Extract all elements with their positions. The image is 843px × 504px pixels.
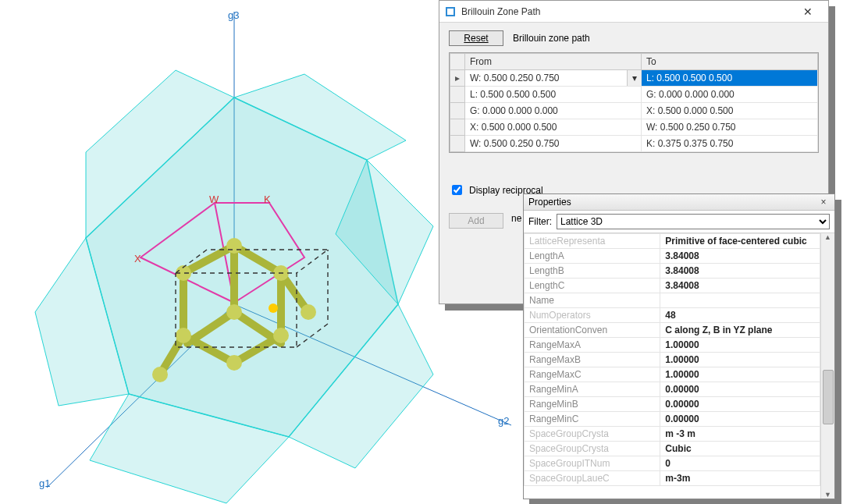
from-cell[interactable]: W: 0.500 0.250 0.750 [465,136,642,152]
property-value[interactable]: 0.00000 [660,397,820,412]
property-key: LengthC [525,279,660,293]
col-from[interactable]: From [465,54,642,70]
property-row[interactable]: LengthB3.84008 [525,264,820,279]
filter-label: Filter: [528,216,552,227]
property-row[interactable]: LengthC3.84008 [525,279,820,293]
to-cell[interactable]: X: 0.500 0.000 0.500 [642,103,818,119]
properties-grid[interactable]: LatticeRepresentaPrimitive of face-cente… [524,233,820,499]
property-value[interactable]: 3.84008 [660,279,820,293]
table-row[interactable]: L: 0.500 0.500 0.500G: 0.000 0.000 0.000 [450,87,818,103]
property-row[interactable]: LengthA3.84008 [525,249,820,264]
properties-header[interactable]: Properties × [524,194,834,211]
scroll-down-icon[interactable]: ▼ [824,491,831,499]
property-key: RangeMinC [525,412,660,427]
display-reciprocal-checkbox[interactable] [452,185,462,195]
property-value[interactable]: 3.84008 [660,249,820,264]
row-header[interactable] [450,87,465,103]
svg-point-29 [301,304,316,320]
svg-point-24 [226,304,242,320]
property-row[interactable]: OrientationConvenC along Z, B in YZ plan… [525,323,820,338]
table-row[interactable]: G: 0.000 0.000 0.000X: 0.500 0.000 0.500 [450,103,818,119]
property-row[interactable]: SpaceGroupCrystaCubic [525,442,820,456]
from-cell[interactable]: L: 0.500 0.500 0.500 [465,87,642,103]
property-key: SpaceGroupLaueC [525,471,660,486]
kpoint-label-k: K [264,193,271,205]
brillouin-3d-viewport[interactable]: g3 g2 g1 W K X [0,0,515,504]
bz-path-grid[interactable]: From To ▸W: 0.500 0.250 0.750▾L: 0.500 0… [449,52,819,153]
property-key: NumOperators [525,308,660,323]
property-value[interactable]: 0 [660,456,820,471]
scroll-up-icon[interactable]: ▲ [824,233,831,241]
close-button[interactable]: ✕ [792,2,823,21]
table-row[interactable]: ▸W: 0.500 0.250 0.750▾L: 0.500 0.500 0.5… [450,70,818,87]
scroll-thumb[interactable] [823,370,834,424]
property-value[interactable] [660,293,820,308]
from-cell[interactable]: G: 0.000 0.000 0.000 [465,103,642,119]
to-cell[interactable]: G: 0.000 0.000 0.000 [642,87,818,103]
property-value[interactable]: m -3 m [660,427,820,442]
axis-label-g1: g1 [39,477,50,489]
reset-button[interactable]: Reset [449,30,503,46]
property-row[interactable]: Name [525,293,820,308]
svg-point-21 [226,238,242,254]
properties-close-button[interactable]: × [817,197,830,208]
property-row[interactable]: SpaceGroupLaueCm-3m [525,471,820,486]
properties-title: Properties [528,197,571,208]
dropdown-icon[interactable]: ▾ [627,70,641,86]
property-row[interactable]: RangeMinB0.00000 [525,397,820,412]
property-row[interactable]: RangeMinC0.00000 [525,412,820,427]
property-value[interactable]: 0.00000 [660,412,820,427]
property-key: LatticeRepresenta [525,234,660,249]
property-key: RangeMaxC [525,367,660,382]
filter-select[interactable]: Lattice 3D [557,214,830,229]
from-cell[interactable]: X: 0.500 0.000 0.500 [465,119,642,136]
property-key: RangeMaxB [525,353,660,367]
row-header[interactable] [450,119,465,136]
property-row[interactable]: LatticeRepresentaPrimitive of face-cente… [525,234,820,249]
property-value[interactable]: Cubic [660,442,820,456]
property-key: RangeMinA [525,382,660,397]
property-row[interactable]: NumOperators48 [525,308,820,323]
property-value[interactable]: m-3m [660,471,820,486]
property-value[interactable]: 1.00000 [660,338,820,353]
property-row[interactable]: RangeMaxA1.00000 [525,338,820,353]
from-cell[interactable]: W: 0.500 0.250 0.750▾ [465,70,642,87]
property-value[interactable]: C along Z, B in YZ plane [660,323,820,338]
property-key: SpaceGroupCrysta [525,442,660,456]
property-value[interactable]: 3.84008 [660,264,820,279]
dialog-titlebar[interactable]: Brillouin Zone Path ✕ [439,1,828,23]
to-cell[interactable]: K: 0.375 0.375 0.750 [642,136,818,152]
property-row[interactable]: RangeMaxC1.00000 [525,367,820,382]
to-cell[interactable]: W: 0.500 0.250 0.750 [642,119,818,136]
property-row[interactable]: SpaceGroupCrystam -3 m [525,427,820,442]
property-key: SpaceGroupCrysta [525,427,660,442]
kpoint-label-x: X [134,253,141,264]
property-key: RangeMinB [525,397,660,412]
property-key: SpaceGroupITNum [525,456,660,471]
row-header[interactable] [450,136,465,152]
property-row[interactable]: RangeMaxB1.00000 [525,353,820,367]
table-row[interactable]: X: 0.500 0.000 0.500W: 0.500 0.250 0.750 [450,119,818,136]
to-cell[interactable]: L: 0.500 0.500 0.500 [642,70,818,87]
property-key: Name [525,293,660,308]
property-row[interactable]: SpaceGroupITNum0 [525,456,820,471]
row-header[interactable] [450,103,465,119]
property-value[interactable]: Primitive of face-centered cubic [660,234,820,249]
table-row[interactable]: W: 0.500 0.250 0.750K: 0.375 0.375 0.750 [450,136,818,152]
properties-scrollbar[interactable]: ▲ ▼ [820,233,834,499]
add-button[interactable]: Add [449,213,503,229]
dialog-title: Brillouin Zone Path [461,6,792,17]
col-to[interactable]: To [642,54,818,70]
svg-point-30 [269,303,278,313]
property-value[interactable]: 0.00000 [660,382,820,397]
truncated-label: ne [511,213,521,229]
property-key: LengthB [525,264,660,279]
property-value[interactable]: 1.00000 [660,353,820,367]
bz-subtitle: Brillouin zone path [513,33,590,44]
property-value[interactable]: 1.00000 [660,367,820,382]
property-row[interactable]: RangeMinA0.00000 [525,382,820,397]
axis-label-g2: g2 [498,415,509,427]
property-value[interactable]: 48 [660,308,820,323]
svg-point-28 [152,367,168,382]
row-header[interactable]: ▸ [450,70,465,87]
